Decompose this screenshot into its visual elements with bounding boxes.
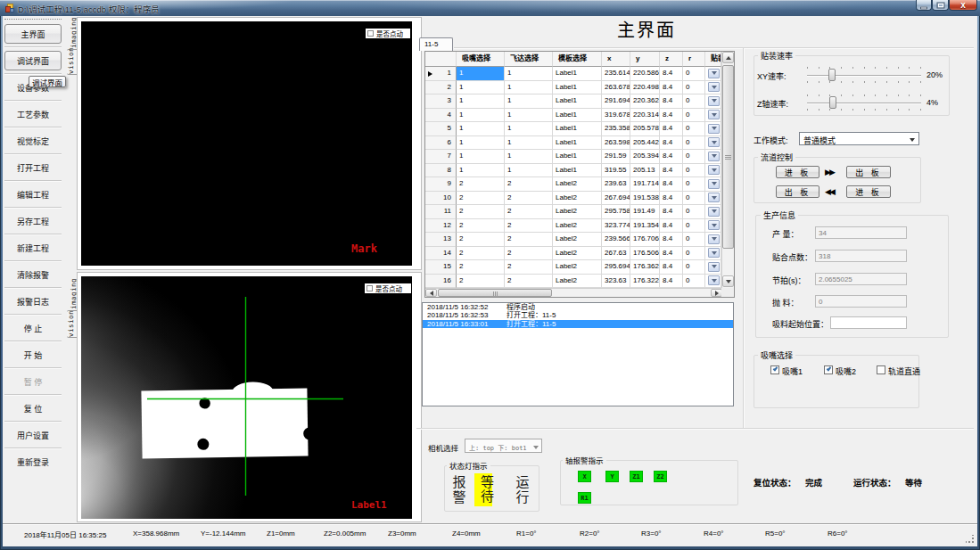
table-row[interactable]: 2 1 1 Label1 263.678 220.498 8.4 0 bbox=[425, 81, 721, 95]
cell-dropdown-icon[interactable] bbox=[708, 275, 720, 285]
table-row[interactable]: 11 2 2 Label2 295.758 191.49 8.4 0 bbox=[425, 205, 721, 219]
grid-cell[interactable]: 291.694 bbox=[602, 94, 630, 109]
sidebar-item-user-settings[interactable]: 用户设置 bbox=[4, 425, 62, 445]
camera-view-label1[interactable]: Label1 是否点动 bbox=[81, 276, 412, 519]
grid-cell[interactable]: Label1 bbox=[553, 122, 602, 136]
minimize-button[interactable] bbox=[916, 0, 932, 11]
grid-cell-combo[interactable] bbox=[705, 192, 721, 206]
log-list[interactable]: 2018/11/5 16:32:52程序启动 2018/11/5 16:32:5… bbox=[422, 302, 734, 406]
sidebar-item-process-params[interactable]: 工艺参数 bbox=[4, 104, 62, 124]
grid-cell[interactable]: Label1 bbox=[553, 164, 602, 178]
grid-column-header[interactable]: 贴装 bbox=[705, 52, 721, 67]
sidebar-item-relogin[interactable]: 重新登录 bbox=[4, 452, 62, 472]
grid-cell-combo[interactable] bbox=[705, 164, 721, 178]
grid-cell[interactable]: Label1 bbox=[553, 150, 602, 164]
grid-cell[interactable]: 176.322 bbox=[630, 275, 660, 289]
grid-cell[interactable]: 291.59 bbox=[602, 150, 630, 164]
grid-cell[interactable]: 267.63 bbox=[602, 247, 630, 261]
grid-cell[interactable]: 239.566 bbox=[602, 233, 630, 247]
grid-cell[interactable]: Label2 bbox=[553, 205, 602, 219]
grid-cell[interactable]: Label1 bbox=[553, 67, 602, 81]
table-row[interactable]: 10 2 2 Label2 267.694 191.538 8.4 0 bbox=[425, 192, 721, 206]
table-row[interactable]: 14 2 2 Label2 267.63 176.506 8.4 0 bbox=[425, 247, 721, 261]
grid-cell[interactable]: 0 bbox=[683, 205, 705, 219]
grid-cell[interactable]: Label2 bbox=[553, 233, 602, 247]
grid-cell[interactable]: 8.4 bbox=[660, 67, 683, 81]
grid-cell[interactable]: 0 bbox=[683, 122, 705, 136]
grid-cell[interactable]: 0 bbox=[683, 192, 705, 206]
sidebar-item-pause[interactable]: 暂 停 bbox=[4, 372, 62, 391]
grid-cell[interactable]: 8.4 bbox=[660, 122, 683, 136]
field-input[interactable]: 0 bbox=[815, 295, 907, 308]
grid-cell[interactable]: 176.362 bbox=[630, 260, 660, 275]
grid-cell[interactable]: 235.358 bbox=[602, 122, 630, 136]
sidebar-item-stop[interactable]: 停 止 bbox=[4, 318, 62, 338]
grid-cell[interactable]: Label1 bbox=[553, 94, 602, 109]
grid-cell[interactable]: 0 bbox=[683, 233, 705, 247]
grid-cell-combo[interactable] bbox=[705, 233, 721, 247]
grid-cell[interactable]: Label2 bbox=[553, 260, 602, 275]
grid-cell[interactable]: 319.678 bbox=[602, 109, 630, 123]
board-in-button[interactable]: 进 板 bbox=[776, 166, 819, 178]
cell-dropdown-icon[interactable] bbox=[708, 262, 720, 272]
grid-cell[interactable]: 0 bbox=[683, 150, 705, 164]
table-row[interactable]: 12 2 2 Label2 323.774 191.354 8.4 0 bbox=[425, 219, 721, 234]
cell-dropdown-icon[interactable] bbox=[708, 193, 720, 202]
grid-cell[interactable]: 191.538 bbox=[630, 192, 660, 206]
log-entry[interactable]: 2018/11/5 16:33:01打开工程：11-5 bbox=[423, 320, 733, 328]
table-row[interactable]: 13 2 2 Label2 239.566 176.706 8.4 0 bbox=[425, 233, 721, 247]
grid-cell[interactable]: 191.49 bbox=[630, 205, 660, 219]
grid-cell[interactable]: 0 bbox=[683, 164, 705, 178]
grid-cell[interactable]: 2 bbox=[505, 275, 553, 289]
cell-dropdown-icon[interactable] bbox=[708, 234, 720, 244]
grid-cell[interactable]: 176.506 bbox=[630, 247, 660, 261]
jog-checkbox[interactable] bbox=[366, 285, 373, 291]
grid-cell-combo[interactable] bbox=[705, 109, 721, 123]
grid-cell[interactable]: 1 bbox=[457, 67, 505, 81]
grid-cell[interactable]: 220.498 bbox=[630, 81, 660, 95]
grid-cell[interactable]: 323.63 bbox=[602, 275, 630, 289]
sidebar-item-saveas-project[interactable]: 另存工程 bbox=[4, 211, 62, 231]
grid-cell[interactable]: 2 bbox=[457, 219, 505, 234]
grid-cell[interactable]: 8.4 bbox=[660, 164, 683, 178]
grid-cell-combo[interactable] bbox=[705, 177, 721, 192]
z-speed-thumb[interactable] bbox=[829, 96, 836, 109]
cell-dropdown-icon[interactable] bbox=[708, 152, 720, 161]
grid-cell[interactable]: 8.4 bbox=[660, 219, 683, 234]
grid-cell[interactable]: 0 bbox=[683, 260, 705, 275]
grid-cell[interactable]: 239.63 bbox=[602, 177, 630, 192]
cell-dropdown-icon[interactable] bbox=[708, 207, 720, 217]
grid-cell[interactable]: 0 bbox=[683, 81, 705, 95]
sidebar-item-clear-alarm[interactable]: 清除报警 bbox=[4, 265, 62, 284]
grid-cell-combo[interactable] bbox=[705, 247, 721, 261]
grid-cell[interactable]: 8.4 bbox=[660, 260, 683, 275]
grid-cell[interactable]: 2 bbox=[457, 233, 505, 247]
xy-speed-thumb[interactable] bbox=[828, 69, 836, 81]
grid-cell[interactable]: 2 bbox=[505, 260, 553, 275]
cell-dropdown-icon[interactable] bbox=[708, 220, 720, 230]
sidebar-item-debug-screen[interactable]: 调试界面 bbox=[4, 51, 62, 70]
camera-view-mark[interactable]: Mark 是否点动 bbox=[81, 21, 412, 266]
cell-dropdown-icon[interactable] bbox=[708, 248, 720, 258]
checkbox-nozzle1[interactable] bbox=[770, 365, 779, 374]
grid-cell[interactable]: 235.614 bbox=[602, 67, 630, 81]
grid-cell[interactable]: 2 bbox=[457, 275, 505, 289]
grid-cell[interactable]: Label1 bbox=[553, 136, 602, 151]
grid-cell[interactable]: 323.774 bbox=[602, 219, 630, 234]
grid-cell[interactable]: 2 bbox=[505, 219, 553, 234]
table-row[interactable]: 9 2 2 Label2 239.63 191.714 8.4 0 bbox=[425, 177, 721, 192]
cell-dropdown-icon[interactable] bbox=[708, 110, 720, 119]
sidebar-item-main-screen[interactable]: 主界面 bbox=[4, 24, 62, 44]
vertical-scrollbar[interactable] bbox=[721, 52, 734, 288]
grid-cell[interactable]: 8.4 bbox=[660, 192, 683, 206]
grid-cell[interactable]: 1 bbox=[457, 94, 505, 109]
table-row[interactable]: 8 1 1 Label1 319.55 205.13 8.4 0 bbox=[425, 164, 721, 178]
scroll-up-button[interactable] bbox=[722, 52, 734, 63]
grid-cell[interactable]: 8.4 bbox=[660, 247, 683, 261]
horizontal-scrollbar[interactable] bbox=[425, 288, 722, 297]
table-row[interactable]: 1 1 1 Label1 235.614 220.586 8.4 0 bbox=[425, 67, 721, 81]
table-row[interactable]: 5 1 1 Label1 235.358 205.578 8.4 0 bbox=[425, 122, 721, 136]
grid-column-header[interactable]: 模板选择 bbox=[553, 52, 602, 67]
grid-cell-combo[interactable] bbox=[705, 136, 721, 151]
grid-cell[interactable]: 295.758 bbox=[602, 205, 630, 219]
